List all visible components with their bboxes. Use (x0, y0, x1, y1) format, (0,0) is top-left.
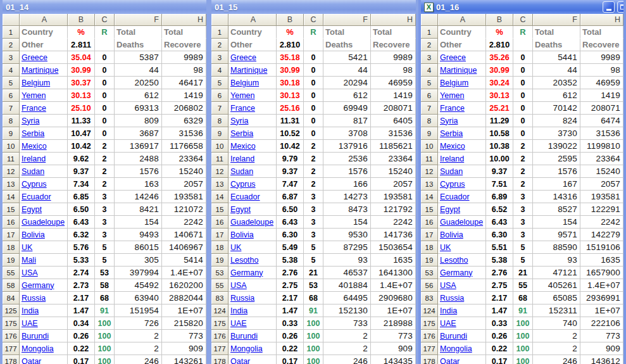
row-number-cell[interactable]: 12 (421, 165, 438, 178)
cell-r-value[interactable]: 3 (95, 191, 115, 203)
cell-total-deaths[interactable]: 1576 (323, 165, 371, 178)
row-number-cell[interactable]: 11 (211, 153, 228, 165)
cell-r-value[interactable]: 100 (513, 355, 533, 364)
row-number-cell[interactable]: 125 (3, 304, 20, 317)
cell-country[interactable]: Mexico (438, 140, 486, 153)
cell-country[interactable]: Ireland (228, 153, 277, 165)
cell-total-deaths[interactable]: 64495 (323, 292, 371, 304)
cell-r-value[interactable]: 3 (304, 203, 323, 216)
country-link[interactable]: Germany (230, 268, 263, 277)
country-link[interactable]: UAE (22, 319, 38, 328)
cell-percent[interactable]: 10.38 (486, 140, 513, 153)
cell-total-deaths[interactable]: 136917 (115, 140, 162, 153)
cell-r-value[interactable]: 100 (304, 330, 323, 342)
cell-percent[interactable]: 11.33 (68, 115, 95, 127)
cell-total-deaths[interactable]: 20250 (115, 77, 162, 89)
cell-percent[interactable]: 6.43 (277, 216, 304, 229)
select-all-corner[interactable] (211, 14, 228, 26)
cell-percent[interactable]: 2.17 (486, 292, 513, 304)
select-all-corner[interactable] (421, 14, 438, 26)
cell-percent[interactable]: 35.04 (68, 51, 95, 64)
column-header-C[interactable]: C (513, 14, 533, 26)
cell-total-deaths[interactable]: 69949 (323, 102, 371, 115)
cell-r-value[interactable]: 68 (95, 292, 115, 304)
country-link[interactable]: Belgium (440, 78, 468, 87)
cell-total-recovered[interactable]: 121072 (162, 203, 206, 216)
country-link[interactable]: Mexico (22, 142, 47, 151)
cell-r-value[interactable]: 100 (95, 355, 115, 364)
cell-country[interactable]: Greece (228, 51, 277, 64)
country-link[interactable]: Serbia (22, 129, 44, 138)
cell-total-deaths[interactable]: 3708 (323, 127, 371, 140)
cell-total-recovered[interactable]: 23364 (580, 153, 623, 165)
row-number-cell[interactable]: 13 (211, 178, 228, 191)
country-link[interactable]: Guadeloupe (230, 218, 273, 227)
cell-total-deaths[interactable]: 137916 (323, 140, 371, 153)
cell-country[interactable]: Russia (20, 292, 68, 304)
cell-r-value[interactable]: 0 (95, 64, 115, 77)
country-link[interactable]: Russia (230, 294, 254, 303)
cell-total-deaths[interactable]: 397994 (115, 267, 162, 279)
cell-percent[interactable]: 0.17 (68, 355, 95, 364)
cell-total-deaths[interactable]: 2 (115, 330, 162, 342)
cell-total-recovered[interactable]: 1.4E+07 (371, 279, 416, 292)
row-number-cell[interactable]: 1 (3, 26, 20, 39)
cell-percent-label[interactable]: % (68, 26, 95, 39)
row-number-cell[interactable]: 19 (3, 254, 20, 267)
row-number-cell[interactable]: 1 (421, 26, 438, 39)
country-link[interactable]: USA (22, 268, 38, 277)
cell-r-value[interactable]: 0 (513, 102, 533, 115)
country-link[interactable]: Ecuador (22, 192, 51, 201)
cell-percent[interactable]: 0.22 (277, 342, 304, 355)
cell-total-deaths[interactable]: 2488 (115, 153, 162, 165)
cell-total-deaths[interactable]: 5387 (115, 51, 162, 64)
cell-total-recovered[interactable]: 122291 (580, 203, 623, 216)
row-number-cell[interactable]: 176 (3, 330, 20, 342)
cell-percent[interactable]: 7.34 (68, 178, 95, 191)
cell-percent[interactable]: 10.58 (486, 127, 513, 140)
cell-percent[interactable]: 1.47 (277, 304, 304, 317)
row-number-cell[interactable]: 16 (211, 216, 228, 229)
country-link[interactable]: Russia (22, 294, 46, 303)
cell-country[interactable]: Burundi (438, 330, 486, 342)
cell-percent[interactable]: 2.76 (277, 267, 304, 279)
cell-r-value[interactable]: 3 (95, 216, 115, 229)
row-number-cell[interactable]: 10 (211, 140, 228, 153)
cell-total-recovered[interactable]: 9989 (162, 51, 206, 64)
cell-total-recovered[interactable]: 143261 (162, 355, 206, 364)
cell-country[interactable]: Cyprus (20, 178, 68, 191)
row-number-cell[interactable]: 9 (3, 127, 20, 140)
cell-country[interactable]: Ecuador (438, 191, 486, 203)
cell-total-deaths[interactable]: 3687 (115, 127, 162, 140)
cell-total-recovered[interactable]: 1635 (580, 254, 623, 267)
cell-r-value[interactable]: 21 (513, 267, 533, 279)
cell-total-deaths[interactable]: 163 (115, 178, 162, 191)
country-link[interactable]: Syria (230, 116, 248, 125)
cell-percent[interactable]: 9.37 (486, 165, 513, 178)
row-number-cell[interactable]: 56 (421, 279, 438, 292)
cell-r-value[interactable]: 5 (95, 241, 115, 254)
cell-country[interactable]: Mali (20, 254, 68, 267)
cell-percent[interactable]: 6.30 (277, 229, 304, 241)
cell-percent-label[interactable]: % (486, 26, 513, 39)
cell-percent-label[interactable]: % (277, 26, 304, 39)
country-link[interactable]: Yemen (22, 91, 46, 100)
cell-r-value[interactable]: 5 (304, 254, 323, 267)
cell-total-recovered[interactable]: 98 (371, 64, 416, 77)
cell-total-deaths[interactable]: 809 (115, 115, 162, 127)
cell-total-recovered[interactable]: 2057 (162, 178, 206, 191)
cell-total-recovered[interactable]: 1185621 (371, 140, 416, 153)
cell-country[interactable]: France (438, 102, 486, 115)
cell-total-recovered[interactable]: 1E+07 (371, 304, 416, 317)
country-link[interactable]: Bolivia (230, 230, 254, 239)
row-number-cell[interactable]: 10 (421, 140, 438, 153)
row-number-cell[interactable]: 83 (421, 292, 438, 304)
country-link[interactable]: Martinique (230, 66, 267, 75)
cell-percent[interactable]: 9.79 (277, 153, 304, 165)
cell-total-deaths[interactable]: 20294 (323, 77, 371, 89)
cell-country[interactable]: Egypt (228, 203, 277, 216)
cell-percent[interactable]: 0.33 (486, 317, 513, 330)
cell-total-deaths[interactable]: 152311 (533, 304, 580, 317)
cell-country[interactable]: USA (228, 279, 277, 292)
cell-country[interactable]: Bolivia (228, 229, 277, 241)
